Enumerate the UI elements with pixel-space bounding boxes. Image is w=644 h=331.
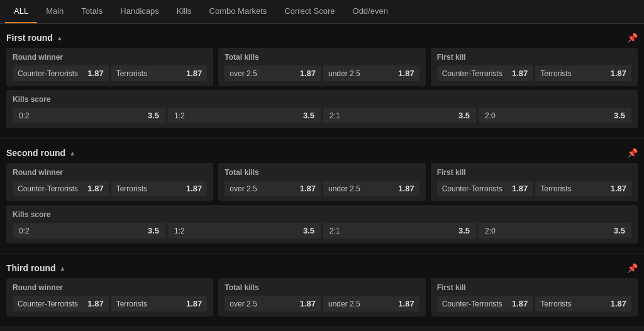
market-label: First kill bbox=[437, 168, 631, 177]
market-option[interactable]: Counter-Terrorists1.87 bbox=[437, 65, 533, 81]
market-option[interactable]: Terrorists1.87 bbox=[535, 65, 631, 81]
option-odds: 1.87 bbox=[186, 299, 202, 308]
nav-tabs: ALLMainTotalsHandicapsKillsCombo Markets… bbox=[0, 0, 644, 24]
market-options: Counter-Terrorists1.87Terrorists1.87 bbox=[437, 181, 631, 196]
ks-odds: 3.5 bbox=[148, 226, 159, 235]
chevron-icon[interactable]: ▲ bbox=[57, 35, 63, 42]
chevron-icon[interactable]: ▲ bbox=[60, 265, 66, 272]
nav-tab-odd-even[interactable]: Odd/even bbox=[344, 0, 397, 23]
kills-score-card: Kills score0:23.51:23.52:13.52:03.5 bbox=[6, 90, 638, 128]
market-option[interactable]: Terrorists1.87 bbox=[535, 296, 631, 311]
round-title-text: Second round bbox=[6, 148, 65, 158]
nav-tab-main[interactable]: Main bbox=[37, 0, 72, 23]
market-options: over 2.51.87under 2.51.87 bbox=[225, 181, 419, 196]
round-header: Second round▲📌 bbox=[6, 143, 638, 163]
market-option[interactable]: Terrorists1.87 bbox=[111, 65, 208, 81]
nav-tab-kills[interactable]: Kills bbox=[168, 0, 201, 23]
option-name: under 2.5 bbox=[328, 69, 360, 78]
ks-name: 1:2 bbox=[174, 111, 185, 120]
option-odds: 1.87 bbox=[87, 299, 103, 308]
pin-icon[interactable]: 📌 bbox=[627, 33, 638, 43]
ks-odds: 3.5 bbox=[148, 111, 159, 120]
market-option[interactable]: Counter-Terrorists1.87 bbox=[13, 181, 109, 196]
market-option[interactable]: under 2.51.87 bbox=[323, 181, 419, 196]
kills-score-options: 0:23.51:23.52:13.52:03.5 bbox=[13, 108, 631, 123]
market-label: Total kills bbox=[225, 53, 419, 62]
market-card-round-winner: Round winnerCounter-Terrorists1.87Terror… bbox=[6, 278, 213, 317]
option-odds: 1.87 bbox=[611, 69, 626, 78]
option-name: over 2.5 bbox=[230, 300, 257, 308]
option-name: Counter-Terrorists bbox=[18, 69, 78, 78]
market-options: over 2.51.87under 2.51.87 bbox=[225, 296, 419, 311]
option-odds: 1.87 bbox=[398, 69, 414, 78]
option-odds: 1.87 bbox=[512, 299, 528, 308]
round-section-1: First round▲📌Round winnerCounter-Terrori… bbox=[0, 24, 644, 139]
kills-score-label: Kills score bbox=[13, 95, 631, 104]
ks-name: 0:2 bbox=[19, 111, 30, 120]
market-row: Round winnerCounter-Terrorists1.87Terror… bbox=[6, 278, 638, 317]
market-label: Total kills bbox=[225, 168, 419, 177]
kills-score-option[interactable]: 1:23.5 bbox=[168, 223, 321, 238]
round-section-2: Second round▲📌Round winnerCounter-Terror… bbox=[0, 139, 644, 254]
market-option[interactable]: under 2.51.87 bbox=[323, 296, 419, 311]
option-odds: 1.87 bbox=[186, 184, 202, 193]
ks-odds: 3.5 bbox=[614, 226, 625, 235]
kills-score-option[interactable]: 2:03.5 bbox=[479, 223, 631, 238]
pin-icon[interactable]: 📌 bbox=[627, 263, 638, 273]
market-option[interactable]: over 2.51.87 bbox=[225, 296, 321, 311]
kills-score-option[interactable]: 2:03.5 bbox=[479, 108, 631, 123]
market-option[interactable]: under 2.51.87 bbox=[323, 65, 419, 81]
market-option[interactable]: Terrorists1.87 bbox=[111, 296, 208, 311]
market-option[interactable]: over 2.51.87 bbox=[225, 181, 321, 196]
option-name: Counter-Terrorists bbox=[442, 184, 502, 193]
round-title: Third round▲ bbox=[6, 263, 65, 273]
option-name: under 2.5 bbox=[328, 184, 360, 193]
kills-score-option[interactable]: 2:13.5 bbox=[323, 223, 476, 238]
kills-score-option[interactable]: 0:23.5 bbox=[13, 223, 165, 238]
option-name: Counter-Terrorists bbox=[442, 69, 502, 78]
market-options: Counter-Terrorists1.87Terrorists1.87 bbox=[437, 296, 631, 311]
option-odds: 1.87 bbox=[300, 69, 316, 78]
market-options: Counter-Terrorists1.87Terrorists1.87 bbox=[13, 181, 207, 196]
kills-score-options: 0:23.51:23.52:13.52:03.5 bbox=[13, 223, 631, 238]
market-row: Round winnerCounter-Terrorists1.87Terror… bbox=[6, 163, 638, 201]
ks-odds: 3.5 bbox=[303, 111, 314, 120]
market-label: First kill bbox=[437, 283, 631, 292]
kills-score-option[interactable]: 0:23.5 bbox=[13, 108, 165, 123]
market-option[interactable]: Counter-Terrorists1.87 bbox=[437, 181, 533, 196]
nav-tab-correct-score[interactable]: Correct Score bbox=[275, 0, 343, 23]
nav-tab-handicaps[interactable]: Handicaps bbox=[111, 0, 167, 23]
option-name: Terrorists bbox=[116, 300, 147, 308]
option-odds: 1.87 bbox=[300, 184, 316, 193]
market-option[interactable]: Counter-Terrorists1.87 bbox=[13, 296, 109, 311]
pin-icon[interactable]: 📌 bbox=[627, 148, 638, 158]
market-options: over 2.51.87under 2.51.87 bbox=[225, 65, 419, 81]
nav-tab-all[interactable]: ALL bbox=[5, 0, 37, 23]
market-card-total-kills: Total killsover 2.51.87under 2.51.87 bbox=[218, 48, 425, 86]
option-name: Counter-Terrorists bbox=[18, 300, 78, 308]
market-option[interactable]: Counter-Terrorists1.87 bbox=[13, 65, 109, 81]
market-label: Total kills bbox=[225, 283, 419, 292]
kills-score-option[interactable]: 1:23.5 bbox=[168, 108, 321, 123]
kills-score-label: Kills score bbox=[13, 210, 631, 219]
market-card-round-winner: Round winnerCounter-Terrorists1.87Terror… bbox=[6, 163, 213, 201]
option-name: under 2.5 bbox=[328, 300, 360, 308]
option-odds: 1.87 bbox=[512, 184, 528, 193]
ks-name: 2:0 bbox=[485, 227, 496, 235]
ks-odds: 3.5 bbox=[458, 226, 470, 235]
market-card-total-kills: Total killsover 2.51.87under 2.51.87 bbox=[218, 278, 425, 317]
option-name: Terrorists bbox=[116, 184, 147, 193]
chevron-icon[interactable]: ▲ bbox=[69, 150, 75, 157]
market-option[interactable]: Terrorists1.87 bbox=[535, 181, 631, 196]
nav-tab-totals[interactable]: Totals bbox=[72, 0, 111, 23]
market-option[interactable]: Terrorists1.87 bbox=[111, 181, 208, 196]
market-label: First kill bbox=[437, 53, 631, 62]
market-label: Round winner bbox=[13, 283, 207, 292]
ks-odds: 3.5 bbox=[303, 226, 314, 235]
kills-score-card: Kills score0:23.51:23.52:13.52:03.5 bbox=[6, 205, 638, 244]
kills-score-option[interactable]: 2:13.5 bbox=[323, 108, 476, 123]
market-option[interactable]: Counter-Terrorists1.87 bbox=[437, 296, 533, 311]
nav-tab-combo-markets[interactable]: Combo Markets bbox=[201, 0, 276, 23]
market-option[interactable]: over 2.51.87 bbox=[225, 65, 321, 81]
option-odds: 1.87 bbox=[398, 184, 414, 193]
